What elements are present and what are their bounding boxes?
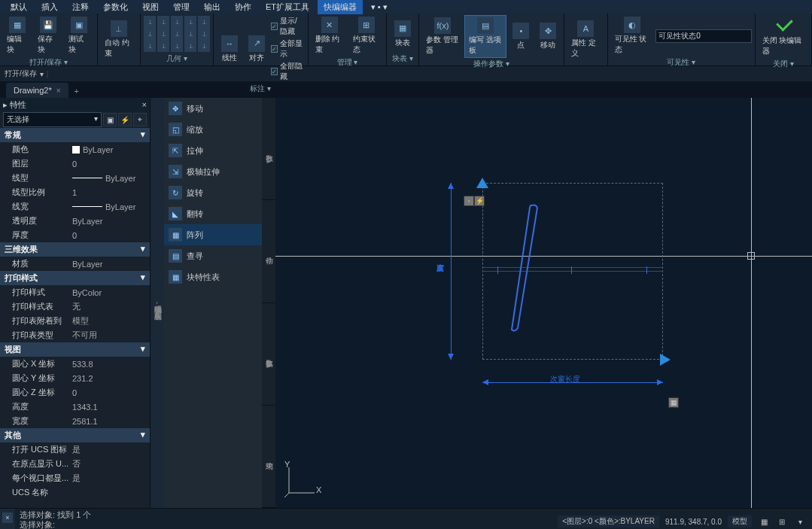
ribbon-button[interactable]: A属性 定义 — [567, 19, 604, 60]
prop-value[interactable]: 0 — [72, 158, 150, 169]
prop-row[interactable]: 打开 UCS 图标是 — [0, 442, 150, 457]
dimension-horizontal[interactable]: 次窗长度 — [482, 376, 663, 391]
menu-视图[interactable]: 视图 — [136, 0, 165, 14]
ribbon-button[interactable]: 关闭 块编辑器 — [759, 15, 808, 58]
ribbon-button[interactable]: •点 — [508, 21, 534, 52]
palette-tab[interactable]: 动作 — [262, 200, 275, 303]
document-tab[interactable]: Drawing2* × — [6, 83, 68, 98]
prop-value[interactable]: ByLayer — [72, 258, 150, 269]
grip-tri-up[interactable] — [476, 172, 488, 188]
add-tab-button[interactable]: + — [68, 84, 85, 98]
menu-快编编器[interactable]: 快编编器 — [318, 0, 363, 14]
grip-tri-right[interactable] — [660, 354, 677, 366]
close-icon[interactable]: × — [56, 87, 61, 95]
constraint-icon[interactable]: ⟂ — [144, 16, 156, 28]
prop-row[interactable]: 透明度ByLayer — [0, 214, 150, 228]
prop-value[interactable]: 231.2 — [72, 372, 150, 384]
action-item[interactable]: ▤查寻 — [164, 245, 262, 266]
menu-ET扩展工具[interactable]: ET扩展工具 — [260, 0, 315, 14]
prop-value[interactable]: 否 — [72, 458, 150, 470]
prop-value[interactable] — [72, 487, 150, 498]
close-icon[interactable]: × — [142, 100, 147, 109]
prop-value[interactable]: 无 — [72, 301, 150, 312]
prop-row[interactable]: 厚度0 — [0, 228, 150, 242]
check-line[interactable]: ✓全部隐藏 — [271, 60, 305, 83]
prop-row[interactable]: 材质ByLayer — [0, 257, 150, 271]
dimension-vertical[interactable]: 次窗高度 — [445, 183, 475, 360]
prop-row[interactable]: 线型 ByLayer — [0, 171, 150, 185]
menu-插入[interactable]: 插入 — [35, 0, 64, 14]
quick-select-icon[interactable]: ⚡ — [118, 113, 132, 126]
prop-row[interactable]: 图层0 — [0, 157, 150, 171]
qat-arrow[interactable]: ▾ — [40, 70, 44, 78]
constraint-icon[interactable]: ⟂ — [184, 28, 196, 40]
menu-默认[interactable]: 默认 — [5, 0, 33, 14]
action-item[interactable]: ↻旋转 — [164, 182, 262, 203]
ribbon-group-label[interactable]: 几何 ▾ — [144, 53, 210, 64]
menu-icon[interactable]: ▾ — [794, 516, 806, 527]
action-item[interactable]: ⇲极轴拉伸 — [164, 161, 262, 182]
ribbon-group-label[interactable]: 打开/保存 ▾ — [3, 56, 94, 68]
ribbon-group-label[interactable]: 块表 ▾ — [390, 53, 415, 64]
ribbon-button[interactable]: ↔线性 — [217, 34, 242, 65]
constraint-icon[interactable]: ⟂ — [184, 16, 196, 28]
prop-row[interactable]: 圆心 Z 坐标0 — [0, 385, 150, 400]
prop-value[interactable]: 2581.1 — [72, 415, 150, 427]
prop-value[interactable]: 是 — [72, 473, 150, 484]
ribbon-group-label[interactable]: 关闭 ▾ — [759, 58, 808, 69]
prop-value[interactable]: ByLayer — [72, 172, 150, 184]
prop-category[interactable]: 三维效果▾ — [0, 242, 150, 257]
grid-icon[interactable]: ▦ — [758, 516, 770, 527]
prop-value[interactable]: 不可用 — [72, 330, 150, 341]
ribbon-button[interactable]: f(x)参数 管理器 — [422, 16, 463, 57]
prop-row[interactable]: 每个视口都显...是 — [0, 471, 150, 485]
ribbon-button[interactable]: ✥移动 — [535, 21, 561, 52]
constraint-icon[interactable]: ⟂ — [171, 40, 183, 52]
check-line[interactable]: ✓全部显示 — [271, 38, 305, 60]
constraint-icon[interactable]: ⟂ — [198, 16, 210, 28]
action-item[interactable]: ▦阵列 — [164, 224, 262, 245]
prop-row[interactable]: 打印表类型不可用 — [0, 328, 150, 342]
cmd-toggle-icon[interactable]: × — [2, 512, 13, 523]
visibility-combo[interactable]: 可见性状态0 — [655, 29, 751, 43]
ribbon-button[interactable]: ▣测试 块 — [65, 15, 94, 56]
prop-value[interactable]: ByLayer — [72, 144, 150, 155]
prop-category[interactable]: 其他▾ — [0, 428, 150, 442]
prop-value[interactable]: 533.8 — [72, 358, 150, 369]
constraint-icon[interactable]: ⟂ — [198, 40, 210, 52]
prop-value[interactable]: 0 — [72, 387, 150, 398]
constraint-icon[interactable]: ⟂ — [144, 40, 156, 52]
ribbon-button[interactable]: ⊞约束状态 — [349, 15, 384, 56]
palette-tab[interactable]: 参数 — [262, 98, 275, 200]
menu-注释[interactable]: 注释 — [66, 0, 95, 14]
constraint-icon[interactable]: ⟂ — [184, 40, 196, 52]
ribbon-button[interactable]: ▤编写 选项板 — [464, 15, 506, 58]
ribbon-group-label[interactable]: 操作参数 ▾ — [422, 58, 561, 69]
menu-extra[interactable]: ▾ ▪ ▾ — [365, 1, 394, 14]
ribbon-group-label[interactable]: 可见性 ▾ — [611, 56, 752, 68]
prop-value[interactable]: 0 — [72, 230, 150, 241]
status-layer[interactable]: <图层>:0 <颜色>:BYLAYER — [558, 515, 659, 527]
settings-icon[interactable]: ⊞ — [776, 516, 788, 527]
prop-row[interactable]: 圆心 Y 坐标231.2 — [0, 371, 150, 385]
qat-label[interactable]: 打开/保存 — [5, 68, 37, 79]
prop-row[interactable]: UCS 名称 — [0, 485, 150, 500]
grip-origin[interactable]: ◦ — [464, 196, 474, 206]
action-item[interactable]: ◣翻转 — [164, 203, 262, 224]
drawing-canvas[interactable]: 次窗高度 次窗长度 ◦ ⚡ ▦ Y X — [275, 98, 812, 508]
ribbon-button[interactable]: 💾保存 块 — [34, 15, 63, 56]
selection-combo[interactable]: 无选择▾ — [3, 112, 102, 127]
action-item[interactable]: ⇱拉伸 — [164, 140, 262, 161]
ribbon-button[interactable]: ✕删除 约束 — [312, 15, 348, 56]
prop-row[interactable]: 线型比例1 — [0, 185, 150, 199]
constraint-icon[interactable]: ⟂ — [171, 16, 183, 28]
prop-value[interactable]: ByLayer — [72, 201, 150, 212]
prop-value[interactable]: 是 — [72, 444, 150, 455]
ribbon-group-label[interactable] — [567, 63, 604, 64]
prop-row[interactable]: 线宽 ByLayer — [0, 199, 150, 214]
prop-value[interactable]: ByColor — [72, 287, 150, 298]
constraint-icon[interactable]: ⟂ — [157, 16, 169, 28]
palette-tab[interactable]: 参数集 — [262, 303, 275, 406]
palette-tab[interactable]: 约束 — [262, 406, 275, 508]
ribbon-button[interactable]: ⟂自动 约束 — [101, 19, 137, 60]
